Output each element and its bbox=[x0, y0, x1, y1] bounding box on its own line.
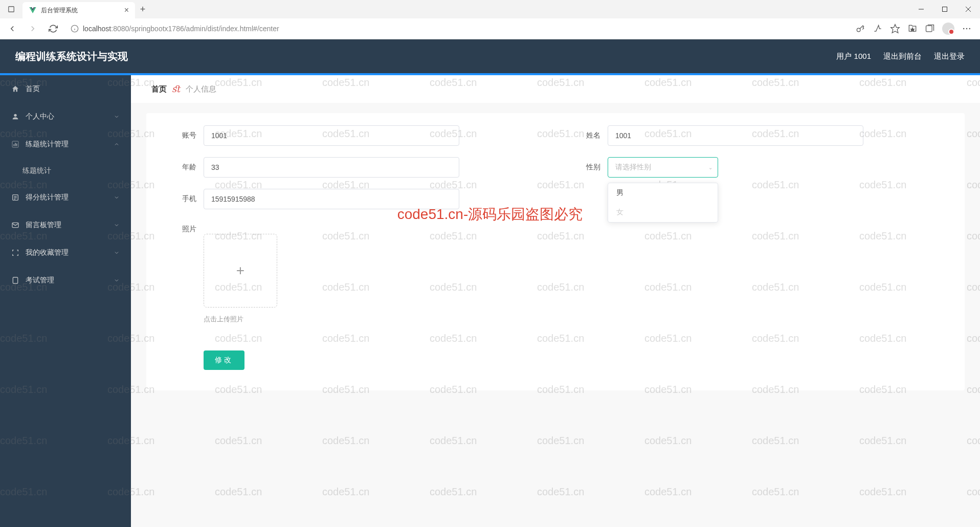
photo-upload[interactable]: + bbox=[204, 234, 277, 308]
account-label: 账号 bbox=[167, 131, 196, 140]
browser-tab[interactable]: 后台管理系统 × bbox=[23, 2, 135, 18]
svg-rect-25 bbox=[13, 277, 17, 283]
url-input[interactable]: localhost:8080/springbootx1786/admin/dis… bbox=[65, 21, 851, 36]
logout-front-link[interactable]: 退出到前台 bbox=[883, 52, 922, 61]
svg-marker-9 bbox=[891, 25, 900, 33]
content-area: 首页 ﬆ 个人信息 账号 姓名 年龄 性 bbox=[131, 75, 980, 527]
info-icon bbox=[71, 25, 79, 33]
home-icon bbox=[11, 85, 19, 93]
logout-link[interactable]: 退出登录 bbox=[934, 52, 965, 61]
sidebar-item-score-stats[interactable]: 得分统计管理 bbox=[0, 184, 131, 211]
gender-option-female[interactable]: 女 bbox=[608, 203, 718, 222]
tab-bar: 后台管理系统 × + bbox=[0, 0, 980, 18]
tab-close-icon[interactable]: × bbox=[124, 6, 129, 15]
breadcrumb-separator-icon: ﬆ bbox=[172, 83, 181, 95]
browser-chrome: 后台管理系统 × + localhost:8080/springbootx178… bbox=[0, 0, 980, 39]
close-window-button[interactable] bbox=[956, 0, 980, 18]
submit-button[interactable]: 修改 bbox=[204, 350, 244, 370]
favorite-icon[interactable] bbox=[890, 24, 900, 34]
collections-icon[interactable] bbox=[925, 24, 935, 34]
url-path: :8080/springbootx1786/admin/dist/index.h… bbox=[111, 25, 279, 33]
address-bar: localhost:8080/springbootx1786/admin/dis… bbox=[0, 18, 980, 39]
message-icon bbox=[11, 221, 19, 229]
more-icon[interactable] bbox=[962, 24, 972, 34]
sidebar-item-messages[interactable]: 留言板管理 bbox=[0, 211, 131, 239]
photo-label: 照片 bbox=[167, 225, 196, 234]
plus-icon: + bbox=[236, 262, 244, 279]
app-title: 编程训练系统设计与实现 bbox=[15, 50, 128, 63]
sidebar-item-personal[interactable]: 个人中心 bbox=[0, 103, 131, 130]
svg-marker-10 bbox=[911, 28, 915, 31]
name-input[interactable] bbox=[608, 125, 863, 146]
svg-rect-2 bbox=[943, 7, 947, 12]
svg-rect-17 bbox=[14, 144, 14, 146]
doc-icon bbox=[11, 276, 19, 284]
svg-point-15 bbox=[14, 114, 16, 117]
favorites-bar-icon[interactable] bbox=[907, 24, 918, 34]
gender-select[interactable]: 请选择性别 ⌄ bbox=[608, 157, 718, 178]
tab-list-button[interactable] bbox=[0, 0, 23, 18]
gender-dropdown: 男 女 bbox=[608, 183, 718, 223]
svg-rect-19 bbox=[16, 144, 17, 146]
chevron-down-icon bbox=[114, 222, 120, 228]
url-host: localhost bbox=[83, 25, 111, 33]
user-icon bbox=[11, 113, 19, 121]
age-input[interactable] bbox=[204, 157, 459, 178]
user-label[interactable]: 用户 1001 bbox=[836, 52, 871, 61]
chevron-down-icon: ⌄ bbox=[708, 165, 712, 170]
sidebar-item-home[interactable]: 首页 bbox=[0, 75, 131, 103]
svg-point-12 bbox=[963, 28, 965, 30]
new-tab-button[interactable]: + bbox=[135, 4, 150, 15]
vue-favicon-icon bbox=[29, 6, 37, 14]
chevron-down-icon bbox=[114, 250, 120, 256]
svg-point-14 bbox=[969, 28, 971, 30]
form-panel: 账号 姓名 年龄 性别 请选择性别 ⌄ bbox=[146, 113, 965, 390]
brackets-icon bbox=[11, 249, 19, 257]
app-header: 编程训练系统设计与实现 用户 1001 退出到前台 退出登录 bbox=[0, 39, 980, 73]
sidebar-subitem-exercise[interactable]: 练题统计 bbox=[0, 158, 131, 184]
age-label: 年龄 bbox=[167, 163, 196, 172]
svg-rect-18 bbox=[15, 143, 15, 146]
name-label: 姓名 bbox=[571, 131, 600, 140]
sidebar-item-exam[interactable]: 考试管理 bbox=[0, 267, 131, 294]
phone-label: 手机 bbox=[167, 194, 196, 204]
forward-button[interactable] bbox=[25, 20, 41, 37]
svg-rect-11 bbox=[926, 26, 932, 32]
profile-avatar[interactable] bbox=[942, 23, 954, 35]
chevron-up-icon bbox=[114, 141, 120, 147]
sidebar-item-exercise-stats[interactable]: 练题统计管理 bbox=[0, 130, 131, 158]
breadcrumb-home[interactable]: 首页 bbox=[151, 84, 167, 94]
maximize-button[interactable] bbox=[933, 0, 956, 18]
upload-hint: 点击上传照片 bbox=[204, 315, 540, 324]
window-controls bbox=[909, 0, 980, 18]
breadcrumb-current: 个人信息 bbox=[186, 84, 216, 94]
chevron-down-icon bbox=[114, 194, 120, 201]
gender-placeholder: 请选择性别 bbox=[615, 163, 651, 172]
sidebar-item-favorites[interactable]: 我的收藏管理 bbox=[0, 239, 131, 267]
svg-point-8 bbox=[857, 28, 860, 32]
chart-icon bbox=[11, 140, 19, 148]
chevron-down-icon bbox=[114, 114, 120, 120]
breadcrumb: 首页 ﬆ 个人信息 bbox=[131, 75, 980, 103]
account-input[interactable] bbox=[204, 125, 459, 146]
list-icon bbox=[11, 193, 19, 202]
sidebar: 首页 个人中心 练题统计管理 练题统计 得分统计管理 留言板管理 我的收藏管理 bbox=[0, 75, 131, 527]
minimize-button[interactable] bbox=[909, 0, 933, 18]
back-button[interactable] bbox=[4, 20, 20, 37]
refresh-button[interactable] bbox=[45, 20, 61, 37]
svg-point-13 bbox=[966, 28, 968, 30]
tab-title: 后台管理系统 bbox=[41, 6, 120, 15]
chevron-down-icon bbox=[114, 277, 120, 283]
phone-input[interactable] bbox=[204, 189, 459, 209]
svg-rect-0 bbox=[9, 7, 14, 12]
gender-label: 性别 bbox=[571, 163, 600, 172]
key-icon[interactable] bbox=[855, 24, 865, 34]
gender-option-male[interactable]: 男 bbox=[608, 183, 718, 203]
read-aloud-icon[interactable] bbox=[873, 24, 883, 34]
